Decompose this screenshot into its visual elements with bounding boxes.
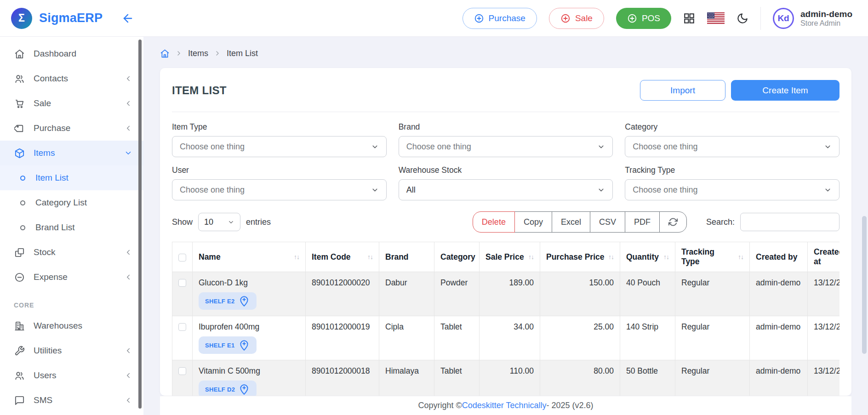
shelf-badge[interactable]: SHELF E1 <box>199 336 257 354</box>
copyright-suffix: - 2025 (v2.6) <box>547 401 594 410</box>
column-header-brand[interactable]: Brand <box>379 242 434 272</box>
user-select[interactable]: Choose one thing <box>172 179 387 200</box>
item-sale-price: 110.00 <box>480 360 540 396</box>
plus-circle-icon <box>627 13 637 23</box>
copyright-prefix: Copyright © <box>418 401 462 410</box>
item-created-by: admin-demo <box>750 316 808 360</box>
search-input[interactable] <box>740 213 839 231</box>
row-checkbox[interactable] <box>178 323 186 331</box>
table-row: Ibuprofen 400mg SHELF E1 8901012000019 C… <box>172 316 840 360</box>
sidebar-item-contacts[interactable]: Contacts <box>0 66 143 91</box>
sidebar-collapse-arrow-icon[interactable] <box>121 12 134 25</box>
column-header-purchase-price[interactable]: Purchase Price↑↓ <box>540 242 620 272</box>
sort-icon[interactable]: ↑↓ <box>734 253 743 261</box>
item-sale-price: 34.00 <box>480 316 540 360</box>
pos-button[interactable]: POS <box>616 8 671 29</box>
codeskitter-link[interactable]: Codeskitter Technically <box>462 401 547 410</box>
column-header-quantity[interactable]: Quantity↑↓ <box>620 242 675 272</box>
filter-brand: Brand Choose one thing <box>399 122 613 157</box>
filter-label: Warehouse Stock <box>399 165 613 175</box>
item-category: Tablet <box>434 360 480 396</box>
chevron-down-icon <box>824 143 832 151</box>
breadcrumb-items[interactable]: Items <box>188 49 208 58</box>
delete-button[interactable]: Delete <box>473 211 515 233</box>
filter-label: User <box>172 165 387 175</box>
select-all-checkbox[interactable] <box>178 254 186 262</box>
sidebar-item-label: Items <box>34 148 55 158</box>
sidebar-item-label: Warehouses <box>34 321 82 331</box>
copy-button[interactable]: Copy <box>514 211 552 233</box>
sidebar-item-dashboard[interactable]: Dashboard <box>0 41 143 66</box>
location-pin-plus-icon <box>238 339 250 351</box>
sort-icon[interactable]: ↑↓ <box>290 253 299 261</box>
sale-button-label: Sale <box>575 13 593 23</box>
csv-button[interactable]: CSV <box>590 211 625 233</box>
sort-icon[interactable]: ↑↓ <box>525 253 534 261</box>
shelf-badge[interactable]: SHELF E2 <box>199 292 257 310</box>
column-header-item-code[interactable]: Item Code↑↓ <box>306 242 379 272</box>
warehouse-stock-select[interactable]: All <box>399 179 613 200</box>
message-icon <box>14 395 25 406</box>
import-button[interactable]: Import <box>640 80 725 101</box>
items-table-wrap: Name↑↓ Item Code↑↓ Brand Category Sale P… <box>172 242 839 396</box>
filter-tracking-type: Tracking Type Choose one thing <box>625 165 839 200</box>
column-header-created-by[interactable]: Created by <box>750 242 808 272</box>
table-header-row: Name↑↓ Item Code↑↓ Brand Category Sale P… <box>172 242 840 272</box>
sale-button[interactable]: Sale <box>549 8 604 29</box>
sidebar-item-brand-list[interactable]: Brand List <box>0 215 143 240</box>
item-type-select[interactable]: Choose one thing <box>172 136 387 157</box>
pdf-button[interactable]: PDF <box>625 211 660 233</box>
item-brand: Himalaya <box>379 360 434 396</box>
sidebar-item-items[interactable]: Items <box>0 141 143 165</box>
purchase-button[interactable]: Purchase <box>463 8 537 29</box>
item-brand: Dabur <box>379 272 434 316</box>
category-select[interactable]: Choose one thing <box>625 136 839 157</box>
apps-grid-icon[interactable] <box>683 12 695 24</box>
sidebar-scrollbar[interactable] <box>138 40 142 409</box>
sidebar-item-users[interactable]: Users <box>0 363 143 388</box>
sort-icon[interactable]: ↑↓ <box>364 253 373 261</box>
sidebar-item-sale[interactable]: Sale <box>0 91 143 116</box>
shelf-label: SHELF E1 <box>205 342 235 349</box>
sort-icon[interactable]: ↑↓ <box>660 253 669 261</box>
select-all-header[interactable] <box>172 242 193 272</box>
column-header-tracking-type[interactable]: Tracking Type↑↓ <box>675 242 750 272</box>
item-tracking-type: Regular <box>675 272 750 316</box>
sigma-logo-icon: Σ <box>11 8 32 29</box>
page-scrollbar[interactable] <box>862 216 867 354</box>
language-flag-icon[interactable] <box>707 12 725 24</box>
sidebar-item-expense[interactable]: Expense <box>0 265 143 290</box>
create-item-button[interactable]: Create Item <box>731 80 839 101</box>
table-toolbar: Show 10 entries Delete Copy Excel CSV PD… <box>172 211 839 233</box>
item-purchase-price: 150.00 <box>540 272 620 316</box>
brand-select[interactable]: Choose one thing <box>399 136 613 157</box>
breadcrumb-home-icon[interactable] <box>160 49 170 58</box>
sort-icon[interactable]: ↑↓ <box>605 253 614 261</box>
column-header-sale-price[interactable]: Sale Price↑↓ <box>480 242 540 272</box>
sidebar-item-item-list[interactable]: Item List <box>0 165 143 190</box>
sidebar-item-label: Contacts <box>34 74 68 84</box>
column-header-name[interactable]: Name↑↓ <box>193 242 306 272</box>
sidebar-item-purchase[interactable]: Purchase <box>0 116 143 141</box>
row-checkbox[interactable] <box>178 279 186 287</box>
item-quantity: 40 Pouch <box>620 272 675 316</box>
dark-mode-moon-icon[interactable] <box>737 12 748 24</box>
sidebar-item-warehouses[interactable]: Warehouses <box>0 313 143 338</box>
tracking-type-select[interactable]: Choose one thing <box>625 179 839 200</box>
sidebar-item-sms[interactable]: SMS <box>0 388 143 413</box>
sidebar-item-stock[interactable]: Stock <box>0 240 143 265</box>
page-size-select[interactable]: 10 <box>198 213 240 231</box>
chevron-left-icon <box>124 347 132 355</box>
refresh-button[interactable] <box>659 211 687 233</box>
item-brand: Cipla <box>379 316 434 360</box>
user-menu[interactable]: Kd admin-demo Store Admin <box>773 8 852 29</box>
column-header-created-at[interactable]: Created at↑ <box>808 242 840 272</box>
column-header-category[interactable]: Category <box>434 242 480 272</box>
row-checkbox[interactable] <box>178 367 186 375</box>
excel-button[interactable]: Excel <box>552 211 590 233</box>
sidebar-item-utilities[interactable]: Utilities <box>0 338 143 363</box>
sidebar-item-category-list[interactable]: Category List <box>0 190 143 215</box>
item-tracking-type: Regular <box>675 360 750 396</box>
shelf-badge[interactable]: SHELF D2 <box>199 381 257 396</box>
bullet-icon <box>20 200 25 205</box>
